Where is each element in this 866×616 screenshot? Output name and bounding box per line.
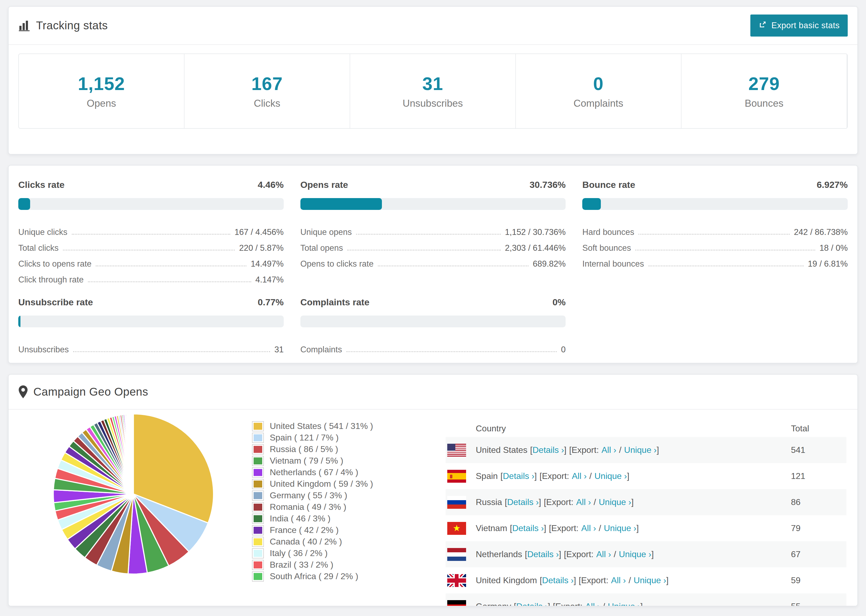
rate-stat-value: 167 / 4.456% bbox=[235, 227, 284, 237]
export-all-link[interactable]: All › bbox=[596, 549, 611, 559]
table-body: United States[Details ›][Export:All ›/Un… bbox=[446, 437, 846, 606]
details-link[interactable]: Details › bbox=[516, 602, 548, 606]
country-name: United States bbox=[476, 445, 527, 455]
rate-stat-value: 19 / 6.81% bbox=[808, 259, 848, 269]
table-row: Germany[Details ›][Export:All ›/Unique ›… bbox=[446, 593, 846, 606]
country-total: 541 bbox=[791, 445, 845, 455]
rate-stat-value: 0 bbox=[561, 345, 565, 355]
rate-stat-label: Total clicks bbox=[18, 243, 58, 253]
export-all-link[interactable]: All › bbox=[585, 602, 600, 606]
export-all-link[interactable]: All › bbox=[581, 523, 596, 533]
rate-stat-value: 1,152 / 30.736% bbox=[505, 227, 566, 237]
country-total: 55 bbox=[791, 602, 845, 606]
pie-slice[interactable] bbox=[133, 414, 134, 494]
details-link[interactable]: Details › bbox=[507, 497, 539, 507]
rate-stat-label: Hard bounces bbox=[582, 227, 634, 237]
table-row: Russia[Details ›][Export:All ›/Unique ›]… bbox=[446, 489, 846, 515]
stat-cell: 0 Complaints bbox=[516, 54, 682, 128]
legend-swatch bbox=[252, 537, 264, 547]
export-unique-link[interactable]: Unique › bbox=[604, 523, 636, 533]
rate-stat-label: Click through rate bbox=[18, 275, 83, 284]
legend-label: Canada ( 40 / 2% ) bbox=[270, 537, 342, 547]
export-unique-link[interactable]: Unique › bbox=[624, 445, 657, 455]
export-basic-stats-button[interactable]: Export basic stats bbox=[750, 14, 848, 36]
geo-pie-chart[interactable] bbox=[52, 412, 215, 576]
legend-item: South Africa ( 29 / 2% ) bbox=[252, 570, 373, 582]
export-label: Export: bbox=[572, 445, 599, 455]
rate-stat-value: 18 / 0% bbox=[819, 243, 848, 253]
progress-bar-fill bbox=[18, 316, 20, 327]
legend-swatch bbox=[252, 548, 264, 558]
details-link[interactable]: Details › bbox=[527, 549, 559, 559]
stat-cell: 167 Clicks bbox=[184, 54, 350, 128]
stat-value: 31 bbox=[422, 73, 443, 94]
export-label: Export: bbox=[555, 602, 583, 606]
legend-swatch bbox=[252, 490, 264, 501]
legend-item: Germany ( 55 / 3% ) bbox=[252, 490, 373, 501]
map-pin-icon bbox=[18, 385, 28, 398]
legend-swatch bbox=[252, 444, 264, 454]
rate-value: 4.46% bbox=[258, 179, 283, 190]
country-flag-icon bbox=[447, 496, 466, 509]
rate-stat-value: 2,303 / 61.446% bbox=[505, 243, 566, 253]
column-header-total: Total bbox=[791, 424, 845, 434]
country-total: 67 bbox=[791, 549, 845, 559]
export-all-link[interactable]: All › bbox=[601, 445, 616, 455]
rate-stat-value: 14.497% bbox=[251, 259, 283, 269]
legend-swatch bbox=[252, 571, 264, 581]
details-link[interactable]: Details › bbox=[532, 445, 564, 455]
rate-value: 0.77% bbox=[258, 297, 283, 308]
country-name: Netherlands bbox=[476, 549, 522, 559]
legend-label: France ( 42 / 2% ) bbox=[270, 525, 339, 535]
legend-item: Spain ( 121 / 7% ) bbox=[252, 432, 373, 443]
country-name: Russia bbox=[476, 497, 502, 507]
country-name: Germany bbox=[476, 602, 511, 606]
rate-value: 6.927% bbox=[817, 179, 848, 190]
export-all-link[interactable]: All › bbox=[576, 497, 591, 507]
export-unique-link[interactable]: Unique › bbox=[608, 602, 640, 606]
legend-item: Russia ( 86 / 5% ) bbox=[252, 443, 373, 455]
export-unique-link[interactable]: Unique › bbox=[619, 549, 651, 559]
details-link[interactable]: Details › bbox=[503, 471, 534, 481]
dotted-leader bbox=[649, 266, 804, 266]
dotted-leader bbox=[88, 281, 251, 282]
export-unique-link[interactable]: Unique › bbox=[599, 497, 631, 507]
dotted-leader bbox=[347, 250, 501, 250]
export-unique-link[interactable]: Unique › bbox=[634, 575, 666, 585]
rate-title: Complaints rate bbox=[301, 297, 370, 308]
export-unique-link[interactable]: Unique › bbox=[594, 471, 627, 481]
rate-title: Clicks rate bbox=[18, 179, 65, 190]
table-row: United Kingdom[Details ›][Export:All ›/U… bbox=[446, 567, 846, 593]
dotted-leader bbox=[73, 351, 270, 352]
legend-item: Brazil ( 33 / 2% ) bbox=[252, 559, 373, 570]
geo-opens-card: Campaign Geo Opens United States ( 541 /… bbox=[8, 374, 858, 606]
details-link[interactable]: Details › bbox=[542, 575, 574, 585]
details-link[interactable]: Details › bbox=[512, 523, 544, 533]
export-all-link[interactable]: All › bbox=[611, 575, 626, 585]
rate-stat-row: Unsubscribes 31 bbox=[18, 339, 284, 355]
legend-swatch bbox=[252, 421, 264, 431]
legend-item: Vietnam ( 79 / 5% ) bbox=[252, 455, 373, 467]
stat-value: 167 bbox=[252, 73, 283, 94]
rate-title: Opens rate bbox=[301, 179, 348, 190]
legend-label: Spain ( 121 / 7% ) bbox=[270, 433, 339, 443]
tracking-stats-header: Tracking stats Export basic stats bbox=[9, 7, 857, 45]
export-all-link[interactable]: All › bbox=[572, 471, 587, 481]
stat-cell: 279 Bounces bbox=[682, 54, 847, 128]
rate-stat-label: Opens to clicks rate bbox=[301, 259, 373, 269]
rate-stat-row: Complaints 0 bbox=[301, 339, 566, 355]
country-flag-icon bbox=[447, 574, 466, 587]
progress-bar-track bbox=[18, 198, 284, 210]
stats-strip: 1,152 Opens 167 Clicks 31 Unsubscribes 0… bbox=[18, 53, 848, 129]
rate-stat-row: Internal bounces 19 / 6.81% bbox=[582, 253, 848, 269]
rate-stat-row: Unique clicks 167 / 4.456% bbox=[18, 221, 284, 237]
rate-title: Unsubscribe rate bbox=[18, 297, 93, 308]
page-title: Tracking stats bbox=[36, 19, 108, 32]
rates-grid: Clicks rate 4.46% Unique clicks 167 / 4.… bbox=[9, 165, 857, 355]
export-icon bbox=[759, 20, 767, 31]
legend-swatch bbox=[252, 479, 264, 489]
legend-item: Romania ( 49 / 3% ) bbox=[252, 501, 373, 513]
bar-chart-icon bbox=[18, 19, 31, 32]
country-name: United Kingdom bbox=[476, 575, 537, 585]
stat-value: 0 bbox=[593, 73, 604, 94]
